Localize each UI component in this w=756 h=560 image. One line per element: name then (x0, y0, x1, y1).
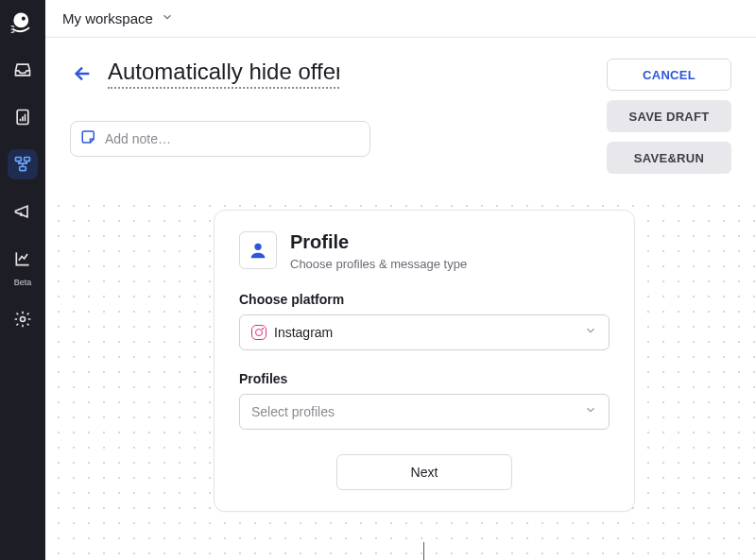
settings-icon[interactable] (8, 304, 38, 334)
svg-rect-4 (25, 158, 30, 161)
campaigns-icon[interactable] (8, 196, 38, 227)
add-note-input[interactable]: Add note… (70, 121, 370, 157)
card-subtitle: Choose profiles & message type (290, 257, 467, 271)
profiles-placeholder: Select profiles (251, 404, 335, 419)
cancel-button[interactable]: CANCEL (607, 59, 731, 91)
svg-point-1 (22, 17, 26, 21)
reports-icon[interactable] (8, 102, 38, 132)
flow-connector (423, 542, 424, 560)
profile-step-card: Profile Choose profiles & message type C… (214, 210, 635, 512)
chevron-down-icon (584, 403, 597, 420)
instagram-icon (251, 325, 266, 340)
next-button[interactable]: Next (336, 454, 512, 490)
save-run-button[interactable]: SAVE&RUN (607, 142, 731, 174)
inbox-icon[interactable] (8, 55, 38, 85)
beta-label: Beta (14, 278, 32, 287)
note-placeholder: Add note… (105, 131, 171, 146)
profiles-label: Profiles (239, 371, 610, 386)
workspace-name[interactable]: My workspace (62, 10, 153, 26)
chevron-down-icon (584, 324, 597, 341)
svg-point-6 (21, 317, 26, 322)
profile-icon (239, 231, 277, 269)
svg-rect-5 (20, 167, 26, 171)
platform-value: Instagram (274, 325, 333, 340)
automation-title-input[interactable] (108, 59, 339, 89)
flow-canvas[interactable]: Profile Choose profiles & message type C… (45, 193, 756, 560)
topbar: My workspace (45, 0, 756, 38)
note-icon (80, 128, 97, 149)
analytics-icon[interactable] (8, 244, 38, 274)
automation-icon[interactable] (8, 149, 38, 179)
svg-point-0 (13, 13, 28, 28)
save-draft-button[interactable]: SAVE DRAFT (607, 100, 731, 132)
platform-label: Choose platform (239, 292, 610, 307)
platform-select[interactable]: Instagram (239, 314, 610, 350)
profiles-select[interactable]: Select profiles (239, 394, 610, 430)
svg-point-7 (254, 244, 261, 250)
back-button[interactable] (70, 61, 94, 86)
card-title: Profile (290, 231, 467, 253)
app-logo (8, 8, 38, 38)
sidebar: Beta (0, 0, 45, 560)
svg-rect-3 (16, 158, 22, 161)
chevron-down-icon[interactable] (161, 10, 174, 27)
